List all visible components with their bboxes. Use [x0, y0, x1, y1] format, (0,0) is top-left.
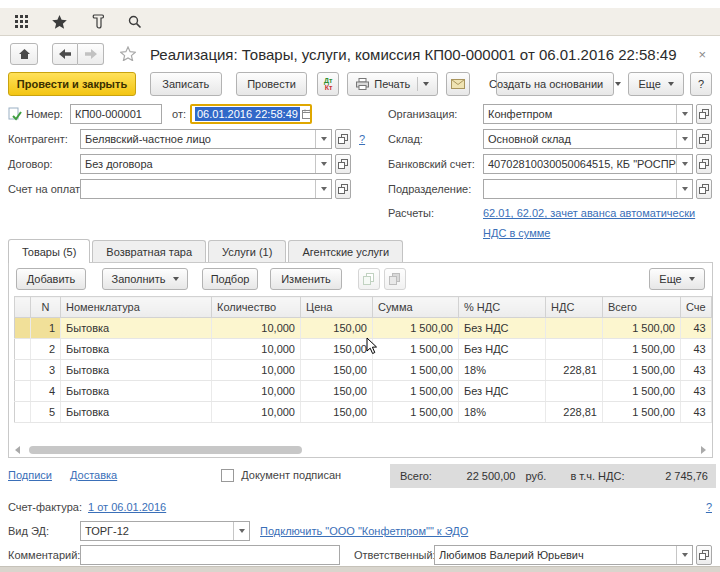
cell-vat_rate[interactable]: 18% — [459, 402, 546, 423]
cell-vat_rate[interactable]: Без НДС — [459, 339, 546, 360]
items-more-button[interactable]: Еще — [649, 268, 705, 290]
responsible-open-button[interactable] — [696, 545, 712, 565]
fill-button[interactable]: Заполнить — [102, 268, 188, 290]
cell-n[interactable]: 3 — [31, 360, 61, 381]
cell-account[interactable]: 43 — [681, 339, 712, 360]
responsible-dropdown-icon[interactable] — [676, 546, 692, 564]
cell-quantity[interactable]: 10,000 — [212, 318, 301, 339]
cell-total[interactable]: 1 500,00 — [603, 360, 681, 381]
back-button[interactable] — [52, 43, 78, 65]
cell-total[interactable]: 1 500,00 — [603, 402, 681, 423]
cell-quantity[interactable]: 10,000 — [212, 339, 301, 360]
payment-invoice-dropdown-icon[interactable] — [315, 180, 331, 198]
counterparty-help-link[interactable]: ? — [359, 133, 365, 145]
cell-sum[interactable]: 1 500,00 — [373, 381, 459, 402]
table-row[interactable]: 3Бытовка10,000150,001 500,0018%228,811 5… — [15, 360, 712, 381]
cell-sum[interactable]: 1 500,00 — [373, 339, 459, 360]
contract-field[interactable]: Без договора — [80, 154, 332, 174]
favorites-star-icon[interactable] — [50, 13, 68, 31]
payment-invoice-open-button[interactable] — [335, 179, 351, 199]
dtkt-postings-button[interactable]: Дт Кт — [317, 72, 339, 96]
cell-vat_sum[interactable] — [546, 381, 603, 402]
more-button[interactable]: Еще — [628, 72, 684, 96]
table-row[interactable]: 1Бытовка10,000150,001 500,00Без НДС1 500… — [15, 318, 712, 339]
comment-input[interactable] — [80, 545, 340, 565]
cell-account[interactable]: 43 — [681, 360, 712, 381]
column-header-8[interactable]: Всего — [603, 297, 681, 318]
warehouse-dropdown-icon[interactable] — [676, 130, 692, 148]
cell-price[interactable]: 150,00 — [301, 402, 373, 423]
close-icon[interactable]: × — [694, 47, 710, 62]
scroll-left-icon[interactable] — [15, 446, 20, 454]
cell-quantity[interactable]: 10,000 — [212, 381, 301, 402]
cell-price[interactable]: 150,00 — [301, 339, 373, 360]
cell-vat_rate[interactable]: Без НДС — [459, 318, 546, 339]
cell-total[interactable]: 1 500,00 — [603, 381, 681, 402]
cell-price[interactable]: 150,00 — [301, 360, 373, 381]
ed-type-dropdown-icon[interactable] — [233, 522, 249, 540]
tab-2[interactable]: Возвратная тара — [92, 240, 206, 263]
date-input[interactable]: 06.01.2016 22:58:49 — [190, 104, 312, 124]
create-on-basis-button[interactable]: Создать на основании — [496, 72, 614, 96]
ed-type-field[interactable]: ТОРГ-12 — [80, 521, 250, 541]
vat-mode-link[interactable]: НДС в сумме — [483, 227, 550, 239]
cell-vat_rate[interactable]: Без НДС — [459, 381, 546, 402]
cell-n[interactable]: 2 — [31, 339, 61, 360]
organization-field[interactable]: Конфетпром — [483, 104, 693, 124]
bank-account-open-button[interactable] — [696, 154, 712, 174]
add-row-button[interactable]: Добавить — [16, 268, 86, 290]
cell-n[interactable]: 1 — [31, 318, 61, 339]
bank-account-dropdown-icon[interactable] — [676, 155, 692, 173]
payment-invoice-field[interactable] — [80, 179, 332, 199]
cell-n[interactable]: 4 — [31, 381, 61, 402]
tab-3[interactable]: Услуги (1) — [208, 240, 286, 263]
cell-nomenclature[interactable]: Бытовка — [61, 360, 212, 381]
number-input[interactable]: КП00-000001 — [70, 104, 162, 124]
counterparty-field[interactable]: Белявский-частное лицо — [80, 129, 332, 149]
post-button[interactable]: Провести — [236, 72, 308, 96]
document-signed-checkbox[interactable] — [221, 469, 234, 482]
cell-total[interactable]: 1 500,00 — [603, 318, 681, 339]
cell-sum[interactable]: 1 500,00 — [373, 318, 459, 339]
table-row[interactable]: 5Бытовка10,000150,001 500,0018%228,811 5… — [15, 402, 712, 423]
signatures-link[interactable]: Подписи — [8, 469, 52, 481]
scroll-right-icon[interactable] — [701, 446, 706, 454]
column-header-5[interactable]: Сумма — [373, 297, 459, 318]
column-header-1[interactable]: N — [31, 297, 61, 318]
division-dropdown-icon[interactable] — [676, 180, 692, 198]
history-icon[interactable] — [88, 13, 106, 31]
print-button[interactable]: Печать — [347, 72, 438, 96]
footer-help-link[interactable]: ? — [706, 501, 712, 513]
column-header-7[interactable]: НДС — [546, 297, 603, 318]
cell-vat_sum[interactable]: 228,81 — [546, 402, 603, 423]
warehouse-open-button[interactable] — [696, 129, 712, 149]
horizontal-scrollbar[interactable] — [15, 445, 706, 454]
mail-button[interactable] — [446, 72, 470, 96]
save-button[interactable]: Записать — [150, 72, 222, 96]
post-and-close-button[interactable]: Провести и закрыть — [8, 72, 136, 96]
organization-open-button[interactable] — [696, 104, 712, 124]
contract-dropdown-icon[interactable] — [315, 155, 331, 173]
delivery-link[interactable]: Доставка — [70, 469, 117, 481]
edo-connect-link[interactable]: Подключить "ООО "Конфетпром"" к ЭДО — [260, 525, 468, 537]
warehouse-field[interactable]: Основной склад — [483, 129, 693, 149]
counterparty-dropdown-icon[interactable] — [315, 130, 331, 148]
cell-nomenclature[interactable]: Бытовка — [61, 318, 212, 339]
cell-quantity[interactable]: 10,000 — [212, 360, 301, 381]
column-header-2[interactable]: Номенклатура — [61, 297, 212, 318]
add-to-favorites-star-icon[interactable] — [120, 46, 136, 63]
calendar-icon[interactable] — [300, 106, 312, 122]
pick-button[interactable]: Подбор — [202, 268, 258, 290]
bank-account-field[interactable]: 40702810030050064515, КБ "РОСПРОМБАНК" ( — [483, 154, 693, 174]
cell-vat_rate[interactable]: 18% — [459, 360, 546, 381]
tab-4[interactable]: Агентские услуги — [288, 240, 403, 263]
cell-vat_sum[interactable]: 228,81 — [546, 360, 603, 381]
column-header-9[interactable]: Сче — [681, 297, 712, 318]
paste-icon[interactable] — [384, 268, 406, 290]
organization-dropdown-icon[interactable] — [676, 105, 692, 123]
column-header-3[interactable]: Количество — [212, 297, 301, 318]
cell-quantity[interactable]: 10,000 — [212, 402, 301, 423]
cell-vat_sum[interactable] — [546, 339, 603, 360]
cell-account[interactable]: 43 — [681, 318, 712, 339]
cell-n[interactable]: 5 — [31, 402, 61, 423]
